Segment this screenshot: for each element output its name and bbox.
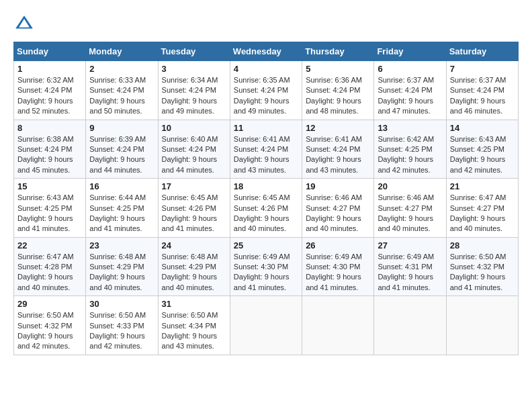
day-header-tuesday: Tuesday: [158, 42, 230, 61]
sunset-label: Sunset: 4:24 PM: [378, 86, 432, 94]
sunset-label: Sunset: 4:26 PM: [234, 204, 288, 212]
day-number: 27: [378, 240, 442, 250]
daylight-label: Daylight: 9 hours and 42 minutes.: [450, 155, 506, 173]
calendar-cell: 28 Sunrise: 6:50 AM Sunset: 4:32 PM Dayl…: [446, 237, 518, 296]
day-number: 24: [162, 240, 226, 250]
sunrise-label: Sunrise: 6:45 AM: [162, 193, 218, 201]
calendar-cell: 9 Sunrise: 6:39 AM Sunset: 4:24 PM Dayli…: [86, 120, 158, 179]
calendar-cell: 10 Sunrise: 6:40 AM Sunset: 4:24 PM Dayl…: [158, 120, 230, 179]
sunset-label: Sunset: 4:32 PM: [17, 322, 72, 330]
day-header-friday: Friday: [374, 42, 446, 61]
daylight-label: Daylight: 9 hours and 41 minutes.: [17, 214, 73, 232]
day-info: Sunrise: 6:45 AM Sunset: 4:26 PM Dayligh…: [234, 193, 298, 234]
daylight-label: Daylight: 9 hours and 40 minutes.: [378, 214, 433, 232]
day-info: Sunrise: 6:48 AM Sunset: 4:29 PM Dayligh…: [89, 252, 154, 293]
day-header-monday: Monday: [86, 42, 158, 61]
day-number: 17: [162, 181, 226, 191]
day-number: 28: [450, 240, 515, 250]
sunrise-label: Sunrise: 6:47 AM: [17, 253, 74, 261]
day-number: 10: [162, 123, 226, 133]
day-info: Sunrise: 6:48 AM Sunset: 4:29 PM Dayligh…: [162, 252, 226, 293]
day-info: Sunrise: 6:34 AM Sunset: 4:24 PM Dayligh…: [162, 75, 226, 117]
day-info: Sunrise: 6:41 AM Sunset: 4:24 PM Dayligh…: [306, 134, 370, 176]
calendar-cell: 31 Sunrise: 6:50 AM Sunset: 4:34 PM Dayl…: [158, 296, 230, 355]
day-info: Sunrise: 6:37 AM Sunset: 4:24 PM Dayligh…: [450, 75, 515, 117]
sunset-label: Sunset: 4:24 PM: [306, 145, 360, 153]
daylight-label: Daylight: 9 hours and 42 minutes.: [378, 155, 433, 173]
sunset-label: Sunset: 4:25 PM: [89, 204, 144, 212]
sunrise-label: Sunrise: 6:40 AM: [162, 135, 218, 143]
calendar-cell: 29 Sunrise: 6:50 AM Sunset: 4:32 PM Dayl…: [14, 296, 86, 355]
sunrise-label: Sunrise: 6:41 AM: [306, 135, 362, 143]
day-header-sunday: Sunday: [14, 42, 86, 61]
sunrise-label: Sunrise: 6:32 AM: [17, 76, 74, 84]
day-info: Sunrise: 6:38 AM Sunset: 4:24 PM Dayligh…: [17, 134, 82, 176]
daylight-label: Daylight: 9 hours and 40 minutes.: [89, 273, 145, 291]
sunset-label: Sunset: 4:24 PM: [450, 86, 504, 94]
sunrise-label: Sunrise: 6:37 AM: [450, 76, 506, 84]
daylight-label: Daylight: 9 hours and 45 minutes.: [17, 155, 73, 173]
day-number: 1: [17, 64, 82, 74]
calendar-cell: 20 Sunrise: 6:46 AM Sunset: 4:27 PM Dayl…: [374, 179, 446, 238]
daylight-label: Daylight: 9 hours and 40 minutes.: [17, 273, 73, 291]
sunrise-label: Sunrise: 6:49 AM: [378, 253, 434, 261]
day-number: 19: [306, 181, 370, 191]
calendar-cell: [374, 296, 446, 355]
calendar-table: SundayMondayTuesdayWednesdayThursdayFrid…: [13, 42, 519, 355]
daylight-label: Daylight: 9 hours and 49 minutes.: [234, 97, 290, 115]
daylight-label: Daylight: 9 hours and 41 minutes.: [234, 273, 290, 291]
sunrise-label: Sunrise: 6:49 AM: [306, 253, 362, 261]
calendar-cell: [230, 296, 302, 355]
day-number: 23: [89, 240, 154, 250]
day-header-thursday: Thursday: [302, 42, 374, 61]
sunrise-label: Sunrise: 6:50 AM: [450, 253, 506, 261]
sunset-label: Sunset: 4:30 PM: [234, 263, 288, 271]
calendar-cell: 25 Sunrise: 6:49 AM Sunset: 4:30 PM Dayl…: [230, 237, 302, 296]
header-row: SundayMondayTuesdayWednesdayThursdayFrid…: [14, 42, 519, 61]
day-number: 9: [89, 123, 154, 133]
day-number: 15: [17, 181, 82, 191]
sunset-label: Sunset: 4:27 PM: [450, 204, 504, 212]
sunset-label: Sunset: 4:25 PM: [450, 145, 504, 153]
sunset-label: Sunset: 4:24 PM: [234, 145, 288, 153]
calendar-cell: 5 Sunrise: 6:36 AM Sunset: 4:24 PM Dayli…: [302, 61, 374, 120]
day-info: Sunrise: 6:37 AM Sunset: 4:24 PM Dayligh…: [378, 75, 442, 117]
day-number: 7: [450, 64, 515, 74]
day-number: 25: [234, 240, 298, 250]
day-info: Sunrise: 6:33 AM Sunset: 4:24 PM Dayligh…: [89, 75, 154, 117]
daylight-label: Daylight: 9 hours and 43 minutes.: [234, 155, 290, 173]
day-info: Sunrise: 6:44 AM Sunset: 4:25 PM Dayligh…: [89, 193, 154, 234]
day-number: 20: [378, 181, 442, 191]
sunset-label: Sunset: 4:24 PM: [89, 86, 144, 94]
sunrise-label: Sunrise: 6:46 AM: [378, 193, 434, 201]
calendar-cell: 6 Sunrise: 6:37 AM Sunset: 4:24 PM Dayli…: [374, 61, 446, 120]
calendar-cell: 17 Sunrise: 6:45 AM Sunset: 4:26 PM Dayl…: [158, 179, 230, 238]
daylight-label: Daylight: 9 hours and 40 minutes.: [234, 214, 290, 232]
week-row: 15 Sunrise: 6:43 AM Sunset: 4:25 PM Dayl…: [14, 179, 519, 238]
daylight-label: Daylight: 9 hours and 41 minutes.: [306, 273, 361, 291]
calendar-cell: 23 Sunrise: 6:48 AM Sunset: 4:29 PM Dayl…: [86, 237, 158, 296]
sunrise-label: Sunrise: 6:36 AM: [306, 76, 362, 84]
daylight-label: Daylight: 9 hours and 49 minutes.: [162, 97, 218, 115]
day-header-saturday: Saturday: [446, 42, 518, 61]
daylight-label: Daylight: 9 hours and 43 minutes.: [306, 155, 361, 173]
day-number: 14: [450, 123, 515, 133]
sunset-label: Sunset: 4:26 PM: [162, 204, 216, 212]
calendar-cell: 2 Sunrise: 6:33 AM Sunset: 4:24 PM Dayli…: [86, 61, 158, 120]
daylight-label: Daylight: 9 hours and 52 minutes.: [17, 97, 73, 115]
day-number: 5: [306, 64, 370, 74]
day-number: 6: [378, 64, 442, 74]
daylight-label: Daylight: 9 hours and 50 minutes.: [89, 97, 145, 115]
day-number: 16: [89, 181, 154, 191]
sunrise-label: Sunrise: 6:35 AM: [234, 76, 290, 84]
sunset-label: Sunset: 4:24 PM: [162, 86, 216, 94]
sunset-label: Sunset: 4:34 PM: [162, 322, 216, 330]
logo: [13, 13, 39, 35]
daylight-label: Daylight: 9 hours and 41 minutes.: [162, 214, 218, 232]
sunset-label: Sunset: 4:24 PM: [89, 145, 144, 153]
sunset-label: Sunset: 4:25 PM: [378, 145, 432, 153]
sunset-label: Sunset: 4:31 PM: [378, 263, 432, 271]
daylight-label: Daylight: 9 hours and 47 minutes.: [378, 97, 433, 115]
daylight-label: Daylight: 9 hours and 48 minutes.: [306, 97, 361, 115]
calendar-cell: 30 Sunrise: 6:50 AM Sunset: 4:33 PM Dayl…: [86, 296, 158, 355]
